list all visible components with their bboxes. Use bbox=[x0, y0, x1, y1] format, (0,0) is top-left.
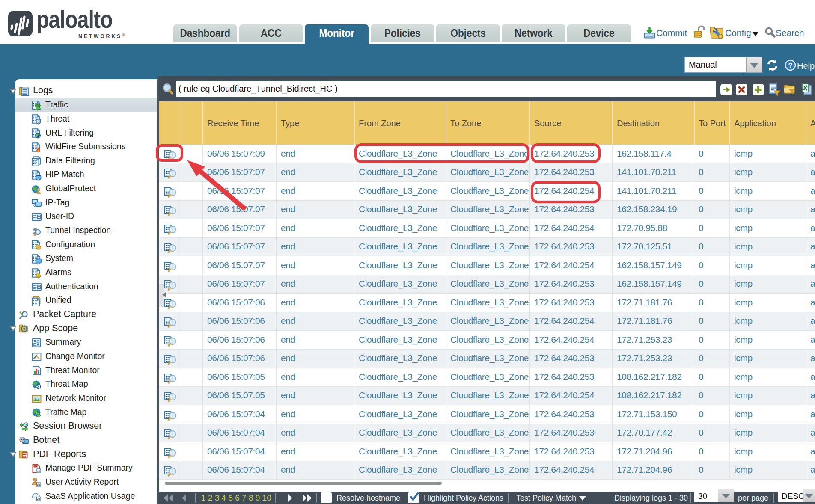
svg-text:?: ? bbox=[788, 62, 792, 70]
